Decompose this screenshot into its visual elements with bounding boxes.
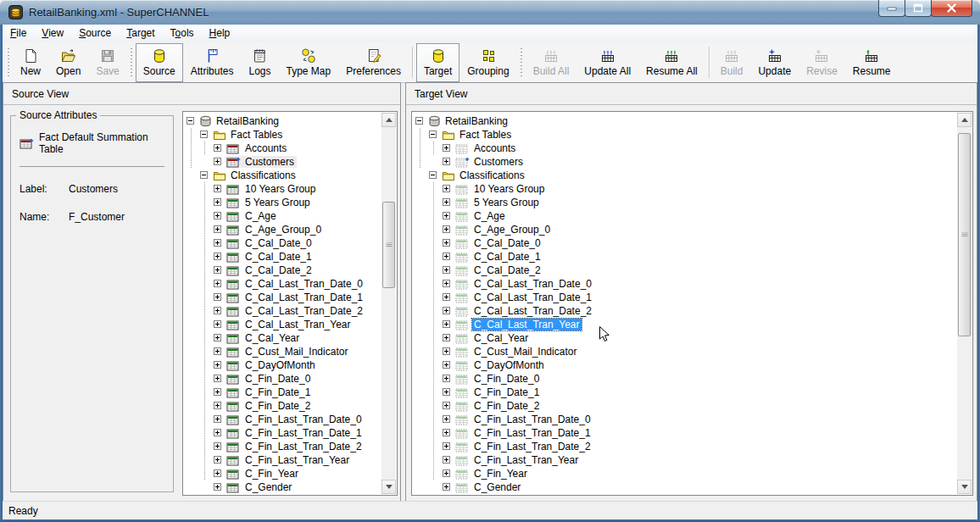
tree-item-c-fin-last-tran-date-1[interactable]: C_Fin_Last_Tran_Date_1 (185, 426, 380, 440)
tree-item-c-cal-last-tran-date-1[interactable]: C_Cal_Last_Tran_Date_1 (185, 291, 380, 304)
expander-plus-icon[interactable] (441, 304, 454, 318)
scroll-down-icon[interactable] (957, 480, 972, 494)
expander-plus-icon[interactable] (441, 345, 454, 358)
toolbar-button-attributes[interactable]: Attributes (183, 43, 242, 82)
menu-target[interactable]: Target (119, 25, 162, 42)
expander-plus-icon[interactable] (441, 209, 454, 223)
scrollbar-thumb[interactable] (382, 202, 395, 288)
expander-plus-icon[interactable] (441, 182, 454, 196)
tree-item-c-gender[interactable]: C_Gender (414, 480, 955, 494)
menu-help[interactable]: Help (202, 25, 238, 42)
scroll-up-icon[interactable] (381, 113, 396, 127)
tree-item-retailbanking[interactable]: RetailBanking (185, 114, 380, 128)
toolbar-button-update-all[interactable]: Update All (576, 43, 638, 82)
tree-item-c-age[interactable]: C_Age (185, 209, 380, 223)
expander-plus-icon[interactable] (212, 318, 226, 331)
tree-item-c-fin-last-tran-year[interactable]: C_Fin_Last_Tran_Year (414, 453, 955, 467)
expander-plus-icon[interactable] (441, 264, 454, 277)
expander-minus-icon[interactable] (414, 114, 427, 128)
expander-plus-icon[interactable] (212, 467, 226, 480)
tree-item-5-years-group[interactable]: 5 Years Group (185, 196, 380, 209)
expander-plus-icon[interactable] (212, 399, 226, 413)
expander-plus-icon[interactable] (212, 291, 226, 304)
tree-item-c-fin-year[interactable]: C_Fin_Year (414, 467, 955, 480)
target-tree-scrollbar[interactable] (957, 113, 972, 494)
tree-item-classifications[interactable]: Classifications (185, 169, 380, 182)
expander-plus-icon[interactable] (441, 250, 454, 264)
scroll-down-icon[interactable] (381, 480, 396, 494)
expander-plus-icon[interactable] (441, 277, 454, 291)
tree-item-classifications[interactable]: Classifications (414, 169, 955, 182)
tree-item-10-years-group[interactable]: 10 Years Group (185, 182, 380, 196)
menu-view[interactable]: View (34, 25, 71, 42)
tree-item-fact-tables[interactable]: Fact Tables (414, 128, 955, 142)
tree-item-c-fin-last-tran-date-2[interactable]: C_Fin_Last_Tran_Date_2 (414, 440, 955, 453)
expander-plus-icon[interactable] (441, 318, 454, 331)
expander-plus-icon[interactable] (441, 413, 454, 426)
expander-plus-icon[interactable] (441, 467, 454, 480)
expander-plus-icon[interactable] (212, 182, 226, 196)
toolbar-button-target[interactable]: Target (416, 43, 459, 82)
expander-plus-icon[interactable] (441, 331, 454, 345)
tree-item-c-cal-last-tran-year[interactable]: C_Cal_Last_Tran_Year (185, 318, 380, 331)
expander-plus-icon[interactable] (212, 223, 226, 236)
scroll-up-icon[interactable] (957, 113, 972, 127)
toolbar-button-preferences[interactable]: Preferences (338, 43, 409, 82)
tree-item-c-cust-mail-indicator[interactable]: C_Cust_Mail_Indicator (414, 345, 955, 358)
expander-plus-icon[interactable] (212, 413, 226, 426)
expander-plus-icon[interactable] (212, 331, 226, 345)
expander-minus-icon[interactable] (198, 128, 212, 142)
minimize-button[interactable] (878, 0, 905, 17)
tree-item-c-cust-mail-indicator[interactable]: C_Cust_Mail_Indicator (185, 345, 380, 358)
toolbar-button-grouping[interactable]: Grouping (459, 43, 516, 82)
expander-plus-icon[interactable] (212, 304, 226, 318)
tree-item-c-cal-year[interactable]: C_Cal_Year (414, 331, 955, 345)
source-tree-scrollbar[interactable] (381, 113, 396, 494)
expander-plus-icon[interactable] (212, 358, 226, 372)
tree-item-c-cal-last-tran-date-2[interactable]: C_Cal_Last_Tran_Date_2 (185, 304, 380, 318)
tree-item-c-fin-date-1[interactable]: C_Fin_Date_1 (414, 386, 955, 399)
tree-item-c-cal-date-1[interactable]: C_Cal_Date_1 (414, 250, 955, 264)
tree-item-c-fin-last-tran-date-2[interactable]: C_Fin_Last_Tran_Date_2 (185, 440, 380, 453)
tree-item-c-cal-date-0[interactable]: C_Cal_Date_0 (185, 236, 380, 250)
tree-item-c-dayofmonth[interactable]: C_DayOfMonth (414, 358, 955, 372)
toolbar-button-logs[interactable]: Logs (241, 43, 278, 82)
expander-plus-icon[interactable] (441, 372, 454, 386)
expander-plus-icon[interactable] (212, 386, 226, 399)
tree-item-retailbanking[interactable]: RetailBanking (414, 114, 955, 128)
toolbar-button-new[interactable]: New (13, 43, 48, 82)
maximize-button[interactable] (905, 0, 932, 17)
tree-item-c-cal-last-tran-year[interactable]: C_Cal_Last_Tran_Year (414, 318, 955, 331)
menu-source[interactable]: Source (71, 25, 119, 42)
tree-item-c-fin-date-0[interactable]: C_Fin_Date_0 (414, 372, 955, 386)
expander-plus-icon[interactable] (212, 236, 226, 250)
expander-minus-icon[interactable] (185, 114, 198, 128)
expander-plus-icon[interactable] (212, 264, 226, 277)
tree-item-customers[interactable]: Customers (185, 155, 380, 169)
toolbar-button-update[interactable]: Update (750, 43, 799, 82)
expander-plus-icon[interactable] (441, 440, 454, 453)
expander-plus-icon[interactable] (212, 372, 226, 386)
expander-plus-icon[interactable] (441, 399, 454, 413)
expander-plus-icon[interactable] (441, 291, 454, 304)
menu-file[interactable]: File (3, 25, 34, 42)
tree-item-c-cal-date-2[interactable]: C_Cal_Date_2 (414, 264, 955, 277)
expander-plus-icon[interactable] (441, 386, 454, 399)
tree-item-c-cal-date-0[interactable]: C_Cal_Date_0 (414, 236, 955, 250)
expander-plus-icon[interactable] (212, 155, 226, 169)
tree-item-c-cal-date-1[interactable]: C_Cal_Date_1 (185, 250, 380, 264)
tree-item-accounts[interactable]: Accounts (414, 142, 955, 155)
toolbar-button-resume[interactable]: Resume (845, 43, 899, 82)
tree-item-c-fin-last-tran-date-0[interactable]: C_Fin_Last_Tran_Date_0 (185, 413, 380, 426)
expander-plus-icon[interactable] (441, 223, 454, 236)
expander-plus-icon[interactable] (441, 453, 454, 467)
tree-item-accounts[interactable]: Accounts (185, 142, 380, 155)
scrollbar-thumb[interactable] (958, 133, 971, 336)
expander-plus-icon[interactable] (441, 142, 454, 155)
tree-item-c-gender[interactable]: C_Gender (185, 480, 380, 494)
expander-plus-icon[interactable] (441, 426, 454, 440)
expander-minus-icon[interactable] (427, 169, 441, 182)
tree-item-c-fin-last-tran-year[interactable]: C_Fin_Last_Tran_Year (185, 453, 380, 467)
toolbar-button-source[interactable]: Source (136, 43, 183, 82)
tree-item-c-fin-date-2[interactable]: C_Fin_Date_2 (185, 399, 380, 413)
